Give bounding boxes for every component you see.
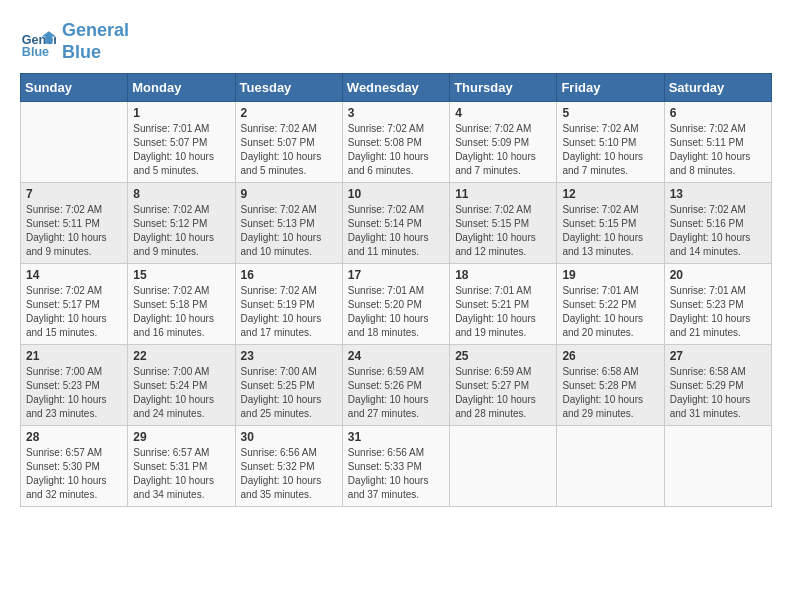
day-info: Sunrise: 6:58 AM Sunset: 5:29 PM Dayligh… — [670, 365, 766, 421]
day-info: Sunrise: 7:02 AM Sunset: 5:19 PM Dayligh… — [241, 284, 337, 340]
day-number: 24 — [348, 349, 444, 363]
day-number: 23 — [241, 349, 337, 363]
calendar-week-3: 14Sunrise: 7:02 AM Sunset: 5:17 PM Dayli… — [21, 264, 772, 345]
calendar-cell: 28Sunrise: 6:57 AM Sunset: 5:30 PM Dayli… — [21, 426, 128, 507]
calendar-cell: 5Sunrise: 7:02 AM Sunset: 5:10 PM Daylig… — [557, 102, 664, 183]
calendar-cell: 18Sunrise: 7:01 AM Sunset: 5:21 PM Dayli… — [450, 264, 557, 345]
calendar-cell: 23Sunrise: 7:00 AM Sunset: 5:25 PM Dayli… — [235, 345, 342, 426]
calendar-cell: 19Sunrise: 7:01 AM Sunset: 5:22 PM Dayli… — [557, 264, 664, 345]
day-info: Sunrise: 7:01 AM Sunset: 5:23 PM Dayligh… — [670, 284, 766, 340]
day-number: 4 — [455, 106, 551, 120]
day-info: Sunrise: 6:57 AM Sunset: 5:31 PM Dayligh… — [133, 446, 229, 502]
header-day-sunday: Sunday — [21, 74, 128, 102]
day-number: 12 — [562, 187, 658, 201]
day-info: Sunrise: 7:02 AM Sunset: 5:09 PM Dayligh… — [455, 122, 551, 178]
day-number: 20 — [670, 268, 766, 282]
day-info: Sunrise: 7:02 AM Sunset: 5:11 PM Dayligh… — [26, 203, 122, 259]
day-number: 28 — [26, 430, 122, 444]
calendar-cell: 17Sunrise: 7:01 AM Sunset: 5:20 PM Dayli… — [342, 264, 449, 345]
calendar-cell: 16Sunrise: 7:02 AM Sunset: 5:19 PM Dayli… — [235, 264, 342, 345]
calendar-cell: 14Sunrise: 7:02 AM Sunset: 5:17 PM Dayli… — [21, 264, 128, 345]
header-day-tuesday: Tuesday — [235, 74, 342, 102]
header-day-monday: Monday — [128, 74, 235, 102]
day-number: 14 — [26, 268, 122, 282]
logo: General Blue GeneralBlue — [20, 20, 129, 63]
day-info: Sunrise: 7:02 AM Sunset: 5:14 PM Dayligh… — [348, 203, 444, 259]
day-info: Sunrise: 6:59 AM Sunset: 5:27 PM Dayligh… — [455, 365, 551, 421]
calendar-cell: 3Sunrise: 7:02 AM Sunset: 5:08 PM Daylig… — [342, 102, 449, 183]
logo-text: GeneralBlue — [62, 20, 129, 63]
calendar-cell: 12Sunrise: 7:02 AM Sunset: 5:15 PM Dayli… — [557, 183, 664, 264]
day-info: Sunrise: 7:02 AM Sunset: 5:07 PM Dayligh… — [241, 122, 337, 178]
day-number: 25 — [455, 349, 551, 363]
calendar-cell: 8Sunrise: 7:02 AM Sunset: 5:12 PM Daylig… — [128, 183, 235, 264]
calendar-cell: 22Sunrise: 7:00 AM Sunset: 5:24 PM Dayli… — [128, 345, 235, 426]
calendar-cell: 15Sunrise: 7:02 AM Sunset: 5:18 PM Dayli… — [128, 264, 235, 345]
calendar-cell: 26Sunrise: 6:58 AM Sunset: 5:28 PM Dayli… — [557, 345, 664, 426]
calendar-cell: 11Sunrise: 7:02 AM Sunset: 5:15 PM Dayli… — [450, 183, 557, 264]
calendar-cell: 27Sunrise: 6:58 AM Sunset: 5:29 PM Dayli… — [664, 345, 771, 426]
day-info: Sunrise: 7:02 AM Sunset: 5:11 PM Dayligh… — [670, 122, 766, 178]
day-info: Sunrise: 7:01 AM Sunset: 5:20 PM Dayligh… — [348, 284, 444, 340]
calendar-cell: 1Sunrise: 7:01 AM Sunset: 5:07 PM Daylig… — [128, 102, 235, 183]
day-number: 22 — [133, 349, 229, 363]
day-number: 15 — [133, 268, 229, 282]
header-day-friday: Friday — [557, 74, 664, 102]
calendar-cell: 10Sunrise: 7:02 AM Sunset: 5:14 PM Dayli… — [342, 183, 449, 264]
calendar-cell: 13Sunrise: 7:02 AM Sunset: 5:16 PM Dayli… — [664, 183, 771, 264]
svg-text:Blue: Blue — [22, 45, 49, 59]
day-info: Sunrise: 7:02 AM Sunset: 5:15 PM Dayligh… — [455, 203, 551, 259]
page-header: General Blue GeneralBlue — [20, 20, 772, 63]
calendar-cell: 20Sunrise: 7:01 AM Sunset: 5:23 PM Dayli… — [664, 264, 771, 345]
day-number: 30 — [241, 430, 337, 444]
day-number: 27 — [670, 349, 766, 363]
day-info: Sunrise: 7:01 AM Sunset: 5:07 PM Dayligh… — [133, 122, 229, 178]
calendar-week-5: 28Sunrise: 6:57 AM Sunset: 5:30 PM Dayli… — [21, 426, 772, 507]
day-number: 19 — [562, 268, 658, 282]
calendar-week-4: 21Sunrise: 7:00 AM Sunset: 5:23 PM Dayli… — [21, 345, 772, 426]
day-number: 11 — [455, 187, 551, 201]
calendar-cell: 6Sunrise: 7:02 AM Sunset: 5:11 PM Daylig… — [664, 102, 771, 183]
calendar-cell: 7Sunrise: 7:02 AM Sunset: 5:11 PM Daylig… — [21, 183, 128, 264]
day-number: 31 — [348, 430, 444, 444]
calendar-cell: 21Sunrise: 7:00 AM Sunset: 5:23 PM Dayli… — [21, 345, 128, 426]
day-info: Sunrise: 7:01 AM Sunset: 5:22 PM Dayligh… — [562, 284, 658, 340]
day-number: 13 — [670, 187, 766, 201]
calendar-cell — [557, 426, 664, 507]
day-info: Sunrise: 7:02 AM Sunset: 5:16 PM Dayligh… — [670, 203, 766, 259]
logo-icon: General Blue — [20, 24, 56, 60]
day-number: 9 — [241, 187, 337, 201]
day-number: 21 — [26, 349, 122, 363]
day-info: Sunrise: 6:56 AM Sunset: 5:32 PM Dayligh… — [241, 446, 337, 502]
day-info: Sunrise: 7:02 AM Sunset: 5:08 PM Dayligh… — [348, 122, 444, 178]
calendar-body: 1Sunrise: 7:01 AM Sunset: 5:07 PM Daylig… — [21, 102, 772, 507]
calendar-cell: 2Sunrise: 7:02 AM Sunset: 5:07 PM Daylig… — [235, 102, 342, 183]
calendar-header-row: SundayMondayTuesdayWednesdayThursdayFrid… — [21, 74, 772, 102]
day-number: 1 — [133, 106, 229, 120]
calendar-cell — [450, 426, 557, 507]
calendar-week-1: 1Sunrise: 7:01 AM Sunset: 5:07 PM Daylig… — [21, 102, 772, 183]
day-number: 16 — [241, 268, 337, 282]
day-number: 2 — [241, 106, 337, 120]
day-info: Sunrise: 6:58 AM Sunset: 5:28 PM Dayligh… — [562, 365, 658, 421]
calendar-cell — [664, 426, 771, 507]
day-number: 17 — [348, 268, 444, 282]
calendar-cell: 30Sunrise: 6:56 AM Sunset: 5:32 PM Dayli… — [235, 426, 342, 507]
calendar-cell: 31Sunrise: 6:56 AM Sunset: 5:33 PM Dayli… — [342, 426, 449, 507]
day-info: Sunrise: 6:59 AM Sunset: 5:26 PM Dayligh… — [348, 365, 444, 421]
calendar-cell: 24Sunrise: 6:59 AM Sunset: 5:26 PM Dayli… — [342, 345, 449, 426]
day-info: Sunrise: 6:57 AM Sunset: 5:30 PM Dayligh… — [26, 446, 122, 502]
day-info: Sunrise: 7:02 AM Sunset: 5:17 PM Dayligh… — [26, 284, 122, 340]
day-number: 18 — [455, 268, 551, 282]
calendar-week-2: 7Sunrise: 7:02 AM Sunset: 5:11 PM Daylig… — [21, 183, 772, 264]
day-info: Sunrise: 7:02 AM Sunset: 5:12 PM Dayligh… — [133, 203, 229, 259]
day-number: 7 — [26, 187, 122, 201]
calendar-cell — [21, 102, 128, 183]
day-number: 10 — [348, 187, 444, 201]
day-number: 5 — [562, 106, 658, 120]
header-day-thursday: Thursday — [450, 74, 557, 102]
day-info: Sunrise: 6:56 AM Sunset: 5:33 PM Dayligh… — [348, 446, 444, 502]
day-info: Sunrise: 7:02 AM Sunset: 5:18 PM Dayligh… — [133, 284, 229, 340]
calendar-table: SundayMondayTuesdayWednesdayThursdayFrid… — [20, 73, 772, 507]
day-info: Sunrise: 7:00 AM Sunset: 5:24 PM Dayligh… — [133, 365, 229, 421]
